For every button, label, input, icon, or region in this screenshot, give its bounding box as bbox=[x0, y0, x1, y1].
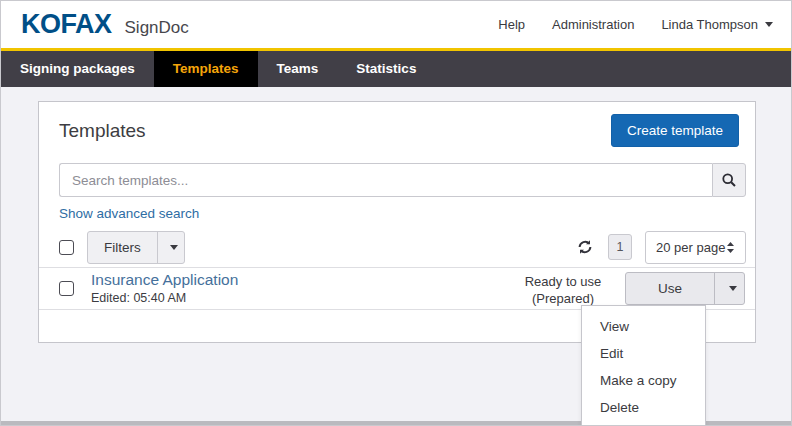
nav-item-statistics[interactable]: Statistics bbox=[337, 51, 435, 87]
user-menu[interactable]: Linda Thompson bbox=[661, 17, 773, 32]
search-input[interactable] bbox=[59, 163, 712, 197]
page-title: Templates bbox=[59, 114, 146, 142]
nav-item-teams[interactable]: Teams bbox=[258, 51, 338, 87]
create-template-button[interactable]: Create template bbox=[611, 114, 739, 147]
menu-item-edit[interactable]: Edit bbox=[582, 340, 705, 367]
chevron-down-icon bbox=[170, 245, 178, 250]
row-checkbox[interactable] bbox=[59, 281, 74, 296]
filters-dropdown-toggle[interactable] bbox=[158, 232, 184, 263]
search-group bbox=[59, 163, 746, 197]
signdoc-app-window: KOFAX SignDoc Help Administration Linda … bbox=[0, 0, 792, 426]
menu-item-view[interactable]: View bbox=[582, 313, 705, 340]
product-name: SignDoc bbox=[125, 18, 189, 38]
search-button[interactable] bbox=[712, 163, 746, 197]
use-button-label[interactable]: Use bbox=[626, 273, 715, 304]
refresh-button[interactable] bbox=[575, 237, 595, 257]
menu-item-delete[interactable]: Delete bbox=[582, 394, 705, 421]
sort-updown-icon bbox=[726, 241, 735, 254]
advanced-search-link[interactable]: Show advanced search bbox=[59, 206, 199, 221]
content-area: Templates Create template Show advanced … bbox=[1, 87, 791, 426]
refresh-icon bbox=[575, 237, 595, 257]
status-badge: Ready to use (Prepared) bbox=[508, 273, 618, 307]
template-edited-timestamp: Edited: 05:40 AM bbox=[91, 291, 238, 305]
header-links: Help Administration Linda Thompson bbox=[498, 17, 773, 32]
row-text: Insurance Application Edited: 05:40 AM bbox=[91, 271, 238, 305]
toolbar: Filters 1 bbox=[59, 230, 746, 264]
page-size-select[interactable]: 20 per page bbox=[645, 231, 746, 264]
search-icon bbox=[721, 172, 737, 188]
page-number-button[interactable]: 1 bbox=[608, 234, 632, 260]
filters-button[interactable]: Filters bbox=[87, 231, 185, 264]
administration-link[interactable]: Administration bbox=[552, 17, 634, 32]
logo-area: KOFAX SignDoc bbox=[21, 9, 189, 40]
user-name: Linda Thompson bbox=[661, 17, 758, 32]
help-link[interactable]: Help bbox=[498, 17, 525, 32]
filters-label[interactable]: Filters bbox=[88, 232, 158, 263]
select-all-checkbox[interactable] bbox=[59, 240, 74, 255]
use-button[interactable]: Use bbox=[625, 272, 745, 305]
main-nav: Signing packages Templates Teams Statist… bbox=[1, 51, 791, 87]
template-title-link[interactable]: Insurance Application bbox=[91, 271, 238, 289]
page-size-value: 20 per page bbox=[656, 240, 725, 255]
row-actions-menu: View Edit Make a copy Delete bbox=[581, 305, 706, 426]
table-row: Insurance Application Edited: 05:40 AM R… bbox=[39, 268, 755, 309]
kofax-logo: KOFAX bbox=[21, 9, 112, 40]
card-header: Templates Create template bbox=[59, 114, 739, 147]
toolbar-right: 1 20 per page bbox=[575, 231, 746, 264]
nav-item-signing-packages[interactable]: Signing packages bbox=[1, 51, 154, 87]
chevron-down-icon bbox=[729, 286, 737, 291]
chevron-down-icon bbox=[765, 22, 773, 27]
app-header: KOFAX SignDoc Help Administration Linda … bbox=[1, 1, 791, 48]
use-dropdown-toggle[interactable] bbox=[715, 273, 744, 304]
status-line-1: Ready to use bbox=[508, 273, 618, 290]
nav-item-templates[interactable]: Templates bbox=[154, 51, 258, 87]
menu-item-make-a-copy[interactable]: Make a copy bbox=[582, 367, 705, 394]
